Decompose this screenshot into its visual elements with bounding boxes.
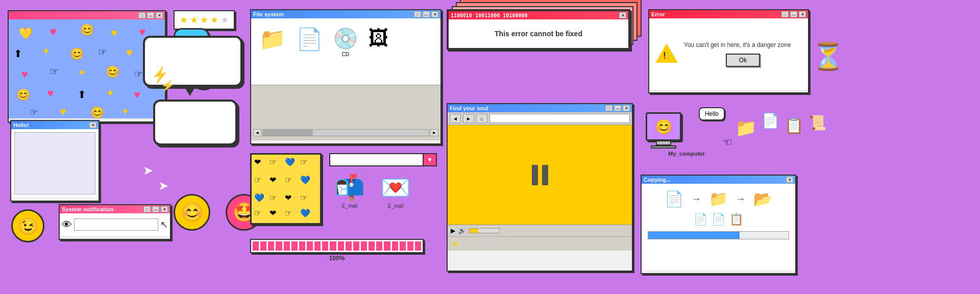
hello-content-area	[14, 132, 95, 194]
star-5-empty[interactable]: ★	[220, 14, 229, 26]
loose-doc-icon-3[interactable]: 📜	[808, 114, 826, 131]
cursor-icon-3: ☞	[50, 65, 59, 78]
ok-button[interactable]: Ok	[726, 54, 760, 67]
fs-close-btn[interactable]: ✕	[431, 11, 438, 17]
copying-close[interactable]: ✕	[786, 177, 793, 183]
p-heart-5: 💙	[254, 193, 264, 203]
fs-min-btn[interactable]: □	[414, 11, 421, 17]
main-pattern-controls[interactable]: □ — ✕	[138, 12, 163, 18]
dropdown-area: ▼	[329, 153, 437, 166]
volume-fill	[470, 229, 478, 233]
error-dialog-controls[interactable]: □ — ✕	[781, 11, 806, 17]
star-deco-1: ✦	[42, 45, 51, 57]
scroll-right-btn[interactable]: ►	[430, 129, 438, 136]
video-star-2[interactable]: ★	[461, 239, 468, 249]
heart-icon-3: ♥	[111, 27, 117, 40]
sys-notif-close[interactable]: ✕	[161, 206, 168, 212]
eye-icon[interactable]: 👁	[62, 219, 72, 231]
email-icon-2[interactable]: 💌 E_mail	[380, 174, 411, 209]
find-soul-controls[interactable]: □ — ✕	[605, 105, 630, 111]
close-btn[interactable]: ✕	[156, 12, 163, 18]
hello-titlebar: Hello! ✕	[11, 121, 99, 129]
find-soul-max[interactable]: —	[614, 105, 621, 111]
cursor-click-icon[interactable]: ↖	[160, 219, 168, 230]
wink-face: 😉	[18, 216, 38, 236]
play-btn[interactable]: ▶	[451, 227, 455, 234]
file-system-title: File system	[253, 11, 284, 17]
fs-max-btn[interactable]: —	[423, 11, 430, 17]
folder-icon[interactable]: 📁	[259, 27, 286, 52]
find-soul-close[interactable]: ✕	[623, 105, 630, 111]
video-star-5[interactable]: ★	[488, 239, 496, 249]
home-btn[interactable]: ⌂	[476, 114, 487, 123]
star-2[interactable]: ★	[190, 14, 198, 26]
video-star-1[interactable]: ★	[452, 239, 459, 249]
forward-btn[interactable]: ►	[463, 114, 474, 123]
find-soul-min[interactable]: □	[605, 105, 612, 111]
star-3[interactable]: ★	[200, 14, 208, 26]
my-computer-icon[interactable]: 😊	[646, 112, 681, 149]
email-open-symbol: 📬	[334, 174, 365, 202]
sys-notif-max[interactable]: —	[152, 206, 159, 212]
file-system-controls[interactable]: □ — ✕	[414, 11, 438, 17]
sys-notif-controls[interactable]: □ — ✕	[143, 206, 168, 212]
copying-docs-row: 📄 📄 📋	[694, 213, 743, 226]
copying-controls[interactable]: ✕	[786, 177, 793, 183]
p-heart-6: ❤	[285, 193, 291, 203]
back-btn[interactable]: ◄	[450, 114, 461, 123]
cd-icon[interactable]: 💿 CD	[333, 27, 358, 57]
loose-folder-symbol: 📁	[735, 117, 756, 138]
scroll-left-btn[interactable]: ◄	[253, 129, 261, 136]
hello-close-btn[interactable]: ✕	[89, 122, 96, 128]
dropdown-arrow-btn[interactable]: ▼	[424, 153, 437, 166]
address-bar[interactable]	[489, 114, 630, 123]
error-dlg-close[interactable]: ✕	[799, 11, 806, 17]
copy-doc-3: 📋	[729, 213, 743, 226]
progress-seg-18	[384, 241, 390, 251]
dropdown-field[interactable]	[329, 153, 424, 166]
hand-cursor-icon: ☞	[722, 136, 732, 149]
scroll-thumb	[263, 130, 313, 136]
p-heart-8: 💙	[300, 208, 310, 218]
progress-seg-9	[314, 241, 321, 251]
document-icon[interactable]: 📄	[296, 27, 323, 52]
star-4[interactable]: ★	[210, 14, 218, 26]
speech-bubble-1-tail	[184, 86, 196, 96]
p-cursor-4: ☞	[285, 175, 292, 185]
sys-notif-min[interactable]: □	[143, 206, 151, 212]
photo-icon[interactable]: 🖼	[369, 27, 389, 50]
loose-doc-icon-2[interactable]: 📋	[785, 116, 803, 134]
loose-doc-symbol-2: 📋	[785, 116, 803, 134]
wink-emoji: 😉	[11, 209, 44, 242]
volume-slider[interactable]	[469, 228, 500, 233]
error-binary-close[interactable]: ✕	[619, 12, 626, 18]
video-star-3[interactable]: ★	[470, 239, 477, 249]
cursor-icon-5: ⬆	[78, 88, 86, 101]
cd-symbol: 💿	[333, 27, 358, 51]
p-heart-7: ❤	[270, 208, 276, 218]
cursor-icon-2: ☞	[98, 46, 107, 58]
progress-seg-2	[260, 241, 266, 251]
pause-bar-2	[542, 165, 548, 185]
heart-icon-8: ♥	[134, 88, 140, 102]
loose-doc-icon-1[interactable]: 📄	[762, 112, 779, 129]
error-binary-controls[interactable]: ✕	[619, 12, 626, 18]
find-soul-window: Find your soul □ — ✕ ◄ ► ⌂ ▶ 🔊 ★ ★ ★ ★	[447, 103, 633, 272]
notification-input[interactable]	[74, 218, 158, 231]
error-dlg-max[interactable]: —	[790, 11, 797, 17]
error-dlg-min[interactable]: □	[781, 11, 789, 17]
maximize-btn[interactable]: —	[147, 12, 154, 18]
file-system-bottom: ◄ ►	[251, 85, 440, 140]
video-star-4[interactable]: ★	[479, 239, 486, 249]
hello-content	[11, 129, 99, 198]
error-binary-text: 1100010 10011000 10100000	[451, 13, 528, 18]
minimize-btn[interactable]: □	[138, 12, 145, 18]
hello-controls[interactable]: ✕	[89, 122, 96, 128]
loose-folder-icon[interactable]: 📁	[735, 117, 756, 138]
email-icon-1[interactable]: 📬 E_mail	[334, 174, 365, 209]
pause-icon	[532, 165, 548, 185]
progress-bar-area: 100%	[250, 239, 424, 262]
warning-exclamation: !	[663, 51, 666, 61]
email-label-1: E_mail	[342, 203, 358, 209]
star-1[interactable]: ★	[180, 14, 188, 26]
